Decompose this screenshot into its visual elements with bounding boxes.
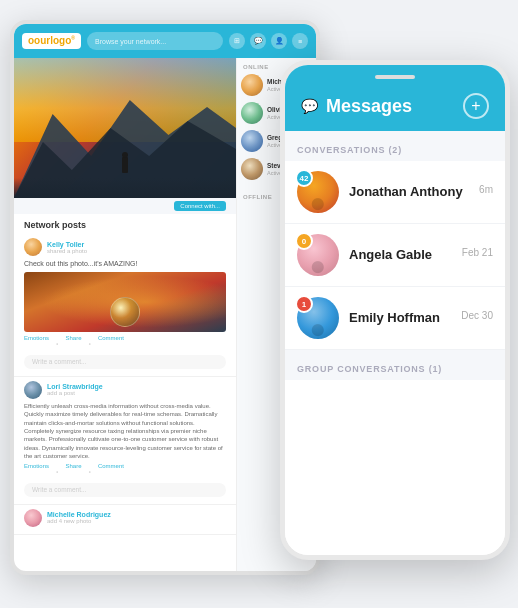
connect-button[interactable]: Connect with...: [174, 201, 226, 211]
post-meta-2: Lori Strawbridge add a post: [47, 383, 226, 396]
conv-avatar-wrap-3: 1: [297, 297, 339, 339]
conv-avatar-wrap-2: 0: [297, 234, 339, 276]
conversations-section: CONVERSATIONS (2): [285, 131, 505, 161]
panel-avatar-1: [241, 74, 263, 96]
conv-info-1: Jonathan Anthony 6m: [349, 184, 493, 200]
conv-time-1: 6m: [479, 184, 493, 195]
post-avatar-2: [24, 381, 42, 399]
connect-bar: Connect with...: [14, 198, 236, 214]
post-item-2: Lori Strawbridge add a post Efficiently …: [14, 377, 236, 505]
post-action-1: shared a photo: [47, 248, 226, 254]
tablet-nav: oourlogo® Browse your network... ⊞ 💬 👤 ≡: [14, 24, 316, 58]
comment-button-2[interactable]: Comment: [98, 463, 124, 481]
post-meta-3: Michelle Rodriguez add 4 new photo: [47, 511, 226, 524]
post-text-1: Check out this photo...it's AMAZING!: [24, 259, 226, 269]
post-header: Kelly Toller shared a photo: [24, 238, 226, 256]
people-icon[interactable]: 👤: [271, 33, 287, 49]
comment-input-1[interactable]: Write a comment...: [24, 355, 226, 369]
messages-title-row: 💬 Messages: [301, 96, 412, 117]
network-posts-title: Network posts: [14, 214, 236, 234]
conv-item-1[interactable]: 42 Jonathan Anthony 6m: [285, 161, 505, 224]
post-item: Kelly Toller shared a photo Check out th…: [14, 234, 236, 377]
conversations-label: CONVERSATIONS (2): [297, 145, 402, 155]
conv-name-row-1: Jonathan Anthony 6m: [349, 184, 493, 200]
messages-title: Messages: [326, 96, 412, 117]
phone-device: 💬 Messages + CONVERSATIONS (2): [280, 60, 510, 560]
comment-input-2[interactable]: Write a comment...: [24, 483, 226, 497]
conv-name-row-2: Angela Gable Feb 21: [349, 247, 493, 263]
panel-avatar-2: [241, 102, 263, 124]
conv-item-2[interactable]: 0 Angela Gable Feb 21: [285, 224, 505, 287]
post-actions-1: Emotions · Share · Comment: [24, 335, 226, 353]
conv-badge-1: 42: [295, 169, 313, 187]
conv-time-2: Feb 21: [462, 247, 493, 258]
nav-search-bar[interactable]: Browse your network...: [87, 32, 223, 50]
phone-content: 💬 Messages + CONVERSATIONS (2): [285, 65, 505, 555]
grid-icon[interactable]: ⊞: [229, 33, 245, 49]
post-header-2: Lori Strawbridge add a post: [24, 381, 226, 399]
post-header-3: Michelle Rodriguez add 4 new photo: [24, 509, 226, 527]
share-button[interactable]: Share: [65, 335, 81, 353]
conv-name-row-3: Emily Hoffman Dec 30: [349, 310, 493, 326]
nav-search-placeholder: Browse your network...: [95, 38, 166, 45]
menu-icon[interactable]: ≡: [292, 33, 308, 49]
conv-name-2: Angela Gable: [349, 247, 432, 263]
add-conversation-button[interactable]: +: [463, 93, 489, 119]
emotions-button[interactable]: Emotions: [24, 335, 49, 353]
post-item-3: Michelle Rodriguez add 4 new photo: [14, 505, 236, 535]
chat-icon[interactable]: 💬: [250, 33, 266, 49]
nav-icons-group: ⊞ 💬 👤 ≡: [229, 33, 308, 49]
share-button-2[interactable]: Share: [65, 463, 81, 481]
panel-avatar-3: [241, 130, 263, 152]
group-conversations-section: GROUP CONVERSATIONS (1): [285, 350, 505, 380]
messages-chat-icon: 💬: [301, 98, 318, 114]
post-action-2: add a post: [47, 390, 226, 396]
comment-placeholder-2: Write a comment...: [32, 486, 86, 493]
post-author-1: Kelly Toller: [47, 241, 226, 248]
logo: oourlogo®: [22, 33, 81, 48]
conv-info-2: Angela Gable Feb 21: [349, 247, 493, 263]
hero-figure: [122, 157, 128, 173]
post-author-3: Michelle Rodriguez: [47, 511, 226, 518]
post-meta: Kelly Toller shared a photo: [47, 241, 226, 254]
post-action-3: add 4 new photo: [47, 518, 226, 524]
panel-avatar-4: [241, 158, 263, 180]
post-author-2: Lori Strawbridge: [47, 383, 226, 390]
post-avatar-3: [24, 509, 42, 527]
phone-speaker: [375, 75, 415, 79]
hero-gradient: [14, 178, 236, 198]
post-image-1: [24, 272, 226, 332]
comment-button[interactable]: Comment: [98, 335, 124, 353]
tablet-device: oourlogo® Browse your network... ⊞ 💬 👤 ≡: [10, 20, 320, 575]
group-conversations-label: GROUP CONVERSATIONS (1): [297, 364, 442, 374]
tablet-main-content: Connect with... Network posts Kelly Toll…: [14, 58, 236, 571]
comment-placeholder: Write a comment...: [32, 358, 86, 365]
post-text-2: Efficiently unleash cross-media informat…: [24, 402, 226, 461]
conversations-list: 42 Jonathan Anthony 6m: [285, 161, 505, 555]
conv-badge-3: 1: [295, 295, 313, 313]
conv-avatar-wrap-1: 42: [297, 171, 339, 213]
conv-item-3[interactable]: 1 Emily Hoffman Dec 30: [285, 287, 505, 350]
post-avatar-1: [24, 238, 42, 256]
conv-badge-2: 0: [295, 232, 313, 250]
emotions-button-2[interactable]: Emotions: [24, 463, 49, 481]
post-actions-2: Emotions · Share · Comment: [24, 463, 226, 481]
conv-name-1: Jonathan Anthony: [349, 184, 463, 200]
post-image-sphere: [110, 297, 140, 327]
conv-info-3: Emily Hoffman Dec 30: [349, 310, 493, 326]
conv-name-3: Emily Hoffman: [349, 310, 440, 326]
conv-time-3: Dec 30: [461, 310, 493, 321]
hero-image: [14, 58, 236, 198]
